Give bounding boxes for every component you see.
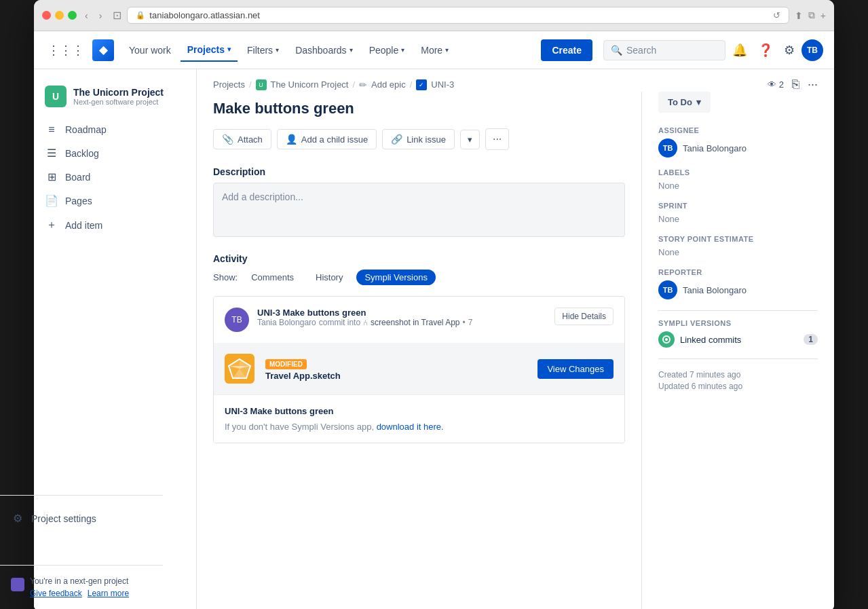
attach-button[interactable]: 📎 Attach <box>213 129 271 149</box>
link-issue-button[interactable]: 🔗 Link issue <box>382 129 455 149</box>
dashboards-dropdown-arrow: ▾ <box>350 46 353 54</box>
action-more-button[interactable]: ··· <box>485 128 509 150</box>
search-bar[interactable]: 🔍 Search <box>603 40 725 60</box>
tab-history[interactable]: History <box>307 270 351 285</box>
labels-field: Labels None <box>658 168 818 191</box>
story-points-field: Story point estimate None <box>658 235 818 257</box>
sidebar-toggle-button[interactable]: ⊡ <box>113 9 121 22</box>
sketch-filename: Travel App.sketch <box>265 371 341 381</box>
sidebar-label-pages: Pages <box>65 196 92 206</box>
labels-value[interactable]: None <box>658 181 818 191</box>
lock-icon: 🔒 <box>136 11 145 20</box>
backlog-icon: ☰ <box>45 147 58 160</box>
nav-filters[interactable]: Filters ▾ <box>240 39 286 61</box>
close-button[interactable] <box>42 11 51 20</box>
watch-button[interactable]: 👁 2 <box>768 79 784 90</box>
activity-count: 7 <box>468 318 473 327</box>
sidebar-item-board[interactable]: ⊞ Board <box>34 165 196 189</box>
grid-icon[interactable]: ⋮⋮⋮ <box>45 40 87 60</box>
sidebar-nav: ≡ Roadmap ☰ Backlog ⊞ Board 📄 Pages ＋ <box>34 118 196 238</box>
more-options-button[interactable]: ··· <box>808 77 818 92</box>
search-icon: 🔍 <box>611 45 622 56</box>
sidebar-item-roadmap[interactable]: ≡ Roadmap <box>34 118 196 141</box>
sprint-field: Sprint None <box>658 202 818 224</box>
sympli-row[interactable]: Linked commits 1 <box>658 331 818 348</box>
add-item-icon: ＋ <box>45 218 58 232</box>
sidebar-divider-2 <box>658 358 818 359</box>
activity-show-row: Show: Comments History Sympli Versions <box>213 270 625 285</box>
add-child-issue-button[interactable]: 👤 Add a child issue <box>277 129 377 149</box>
story-points-value[interactable]: None <box>658 247 818 257</box>
sprint-value[interactable]: None <box>658 214 818 224</box>
breadcrumb-project-name[interactable]: The Unicorn Project <box>271 79 349 90</box>
sympli-label: Sympli Versions <box>658 319 818 327</box>
activity-card: TB UNI-3 Make buttons green Tania Bolong… <box>213 296 625 443</box>
search-placeholder: Search <box>626 45 656 56</box>
description-section: Description Add a description... <box>213 166 625 237</box>
url-bar[interactable]: 🔒 taniabolongaro.atlassian.net ↺ <box>127 7 789 24</box>
sidebar: U The Unicorn Project Next-gen software … <box>34 69 197 609</box>
nav-people[interactable]: People ▾ <box>362 39 412 61</box>
show-label: Show: <box>213 272 238 282</box>
issue-title: Make buttons green <box>213 100 625 117</box>
assignee-label: Assignee <box>658 126 818 134</box>
reporter-label: Reporter <box>658 268 818 276</box>
give-feedback-link[interactable]: Give feedback <box>34 589 82 598</box>
next-gen-badge: You're in a next-gen project Give feedba… <box>34 576 152 598</box>
tab-comments[interactable]: Comments <box>243 270 302 285</box>
user-avatar[interactable]: TB <box>801 39 823 61</box>
sidebar-item-pages[interactable]: 📄 Pages <box>34 189 196 213</box>
share-browser-button[interactable]: ⬆ <box>795 10 803 21</box>
help-icon[interactable]: ❓ <box>754 39 777 62</box>
next-gen-links: Give feedback Learn more <box>34 589 129 598</box>
assignee-row[interactable]: TB Tania Bolongaro <box>658 139 818 158</box>
watch-count: 2 <box>779 79 784 90</box>
notifications-icon[interactable]: 🔔 <box>728 39 751 62</box>
jira-logo[interactable]: ◆ <box>92 39 114 61</box>
view-changes-button[interactable]: View Changes <box>537 359 614 379</box>
modified-badge: MODIFIED <box>265 359 307 369</box>
description-title: Description <box>213 166 625 177</box>
sidebar-project: U The Unicorn Project Next-gen software … <box>34 80 196 118</box>
linked-commits-label: Linked commits <box>680 335 798 345</box>
nav-your-work[interactable]: Your work <box>122 39 178 61</box>
download-link[interactable]: download it here. <box>377 422 444 432</box>
breadcrumb-add-epic[interactable]: Add epic <box>371 79 406 90</box>
breadcrumb-issue-key[interactable]: UNI-3 <box>431 79 454 90</box>
nav-projects[interactable]: Projects ▾ <box>181 39 238 62</box>
reporter-row[interactable]: TB Tania Bolongaro <box>658 280 818 299</box>
people-dropdown-arrow: ▾ <box>401 46 404 54</box>
browser-chrome: ‹ › ⊡ 🔒 taniabolongaro.atlassian.net ↺ ⬆… <box>34 0 834 31</box>
action-dropdown-button[interactable]: ▾ <box>460 130 480 149</box>
minimize-button[interactable] <box>55 11 64 20</box>
labels-label: Labels <box>658 168 818 177</box>
breadcrumb-projects[interactable]: Projects <box>213 79 245 90</box>
sidebar-item-add-item[interactable]: ＋ Add item <box>34 213 196 238</box>
status-button[interactable]: To Do ▾ <box>658 92 711 113</box>
forward-button[interactable]: › <box>96 9 105 22</box>
learn-more-link[interactable]: Learn more <box>88 589 129 598</box>
hide-details-button[interactable]: Hide Details <box>554 308 614 325</box>
status-label: To Do <box>668 97 692 107</box>
maximize-button[interactable] <box>68 11 77 20</box>
settings-icon[interactable]: ⚙ <box>780 39 799 62</box>
filters-dropdown-arrow: ▾ <box>276 46 279 54</box>
tab-sympli-versions[interactable]: Sympli Versions <box>356 270 435 285</box>
activity-commit-title: UNI-3 Make buttons green <box>257 308 546 318</box>
share-button[interactable]: ⎘ <box>792 77 799 92</box>
story-points-label: Story point estimate <box>658 235 818 243</box>
sidebar-item-project-settings[interactable]: ⚙ Project settings <box>34 506 152 530</box>
description-input[interactable]: Add a description... <box>213 183 625 237</box>
create-button[interactable]: Create <box>541 39 592 61</box>
add-tab-button[interactable]: + <box>820 10 826 21</box>
refresh-icon[interactable]: ↺ <box>773 10 780 20</box>
nav-more[interactable]: More ▾ <box>414 39 455 61</box>
back-button[interactable]: ‹ <box>82 9 91 22</box>
reporter-avatar: TB <box>658 280 677 299</box>
new-tab-button[interactable]: ⧉ <box>808 10 815 21</box>
sidebar-item-backlog[interactable]: ☰ Backlog <box>34 141 196 165</box>
sprint-label: Sprint <box>658 202 818 210</box>
sympli-icon <box>658 331 675 348</box>
traffic-lights <box>42 11 77 20</box>
nav-dashboards[interactable]: Dashboards ▾ <box>288 39 360 61</box>
